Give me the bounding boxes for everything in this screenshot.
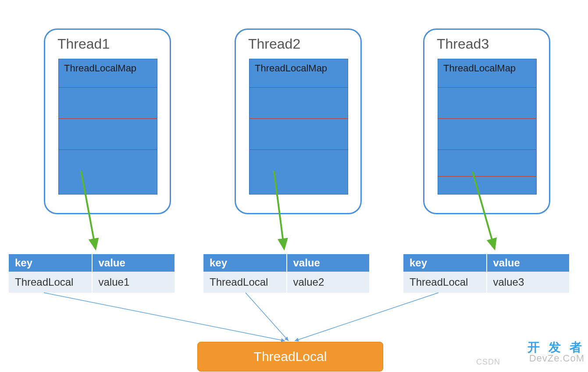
watermark-devze: DevZe.CoM: [527, 354, 584, 363]
kv-cell-key: ThreadLocal: [9, 272, 92, 293]
thread-box-2: Thread2 ThreadLocalMap: [235, 28, 362, 214]
thread-title: Thread1: [45, 30, 170, 52]
watermark-csdn: CSDN: [476, 358, 500, 367]
kv-cell-value: value1: [92, 272, 175, 293]
thread-title: Thread3: [424, 30, 549, 52]
map-divider: [438, 149, 536, 150]
map-divider: [249, 87, 348, 88]
map-divider: [438, 176, 536, 177]
map-divider: [249, 118, 348, 119]
threadlocalmap-box: ThreadLocalMap: [249, 59, 348, 195]
threadlocalmap-label: ThreadLocalMap: [59, 59, 157, 74]
thread-box-1: Thread1 ThreadLocalMap: [44, 28, 171, 214]
map-divider: [438, 87, 536, 88]
watermark-chinese: 开 发 者: [527, 341, 584, 354]
kv-cell-value: value2: [287, 272, 370, 293]
kv-header-key: key: [203, 254, 287, 272]
arrow-key-to-threadlocal-1: [44, 293, 285, 341]
threadlocalmap-box: ThreadLocalMap: [58, 59, 157, 195]
kv-table-1: key value ThreadLocal value1: [9, 254, 175, 293]
thread-box-3: Thread3 ThreadLocalMap: [423, 28, 550, 214]
map-divider: [438, 118, 536, 119]
threadlocalmap-box: ThreadLocalMap: [438, 59, 537, 195]
kv-header-value: value: [287, 254, 370, 272]
kv-table-3: key value ThreadLocal value3: [403, 254, 570, 293]
kv-cell-value: value3: [487, 272, 570, 293]
arrow-key-to-threadlocal-2: [246, 293, 289, 341]
threadlocal-box: ThreadLocal: [197, 342, 383, 372]
map-divider: [59, 118, 157, 119]
map-divider: [59, 87, 157, 88]
kv-table-2: key value ThreadLocal value2: [203, 254, 370, 293]
threadlocalmap-label: ThreadLocalMap: [249, 59, 348, 74]
map-divider: [249, 149, 348, 150]
kv-header-value: value: [487, 254, 570, 272]
threadlocalmap-label: ThreadLocalMap: [438, 59, 536, 74]
kv-header-key: key: [9, 254, 92, 272]
threadlocal-label: ThreadLocal: [254, 349, 327, 364]
kv-cell-key: ThreadLocal: [403, 272, 487, 293]
arrow-key-to-threadlocal-3: [295, 293, 438, 341]
watermark-right: 开 发 者 DevZe.CoM: [527, 341, 584, 363]
kv-header-value: value: [92, 254, 175, 272]
kv-cell-key: ThreadLocal: [203, 272, 287, 293]
thread-title: Thread2: [236, 30, 360, 52]
kv-header-key: key: [403, 254, 487, 272]
map-divider: [59, 149, 157, 150]
